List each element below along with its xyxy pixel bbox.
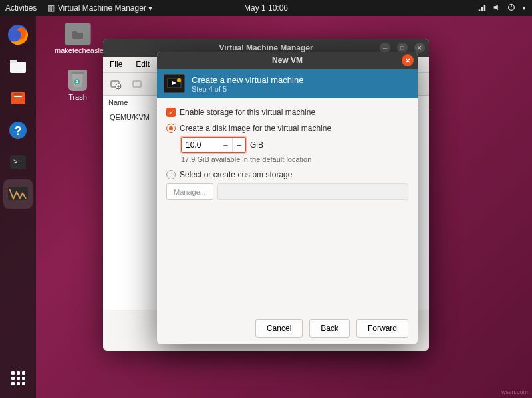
dialog-close-button[interactable]: ✕ bbox=[402, 54, 414, 66]
volume-icon[interactable] bbox=[492, 3, 501, 14]
chevron-down-icon[interactable]: ▼ bbox=[521, 5, 527, 11]
show-applications[interactable] bbox=[3, 363, 33, 393]
close-button[interactable]: ✕ bbox=[414, 43, 425, 53]
create-disk-radio[interactable] bbox=[166, 124, 176, 133]
dialog-titlebar[interactable]: New VM ✕ bbox=[157, 52, 418, 69]
create-disk-label: Create a disk image for the virtual mach… bbox=[180, 124, 331, 133]
enable-storage-row[interactable]: ✓ Enable storage for this virtual machin… bbox=[166, 108, 408, 117]
custom-storage-label: Select or create custom storage bbox=[180, 170, 292, 179]
dock-terminal[interactable]: >_ bbox=[3, 148, 33, 177]
svg-rect-6 bbox=[14, 96, 22, 97]
menu-file[interactable]: File bbox=[103, 57, 129, 72]
disk-size-input[interactable] bbox=[182, 138, 219, 152]
watermark: wsvn.com bbox=[501, 389, 528, 395]
custom-storage-row[interactable]: Select or create custom storage bbox=[166, 170, 408, 179]
dialog-footer: Cancel Back Forward bbox=[157, 312, 418, 344]
dock-files[interactable] bbox=[3, 52, 33, 81]
dialog-title: New VM bbox=[272, 56, 303, 65]
disk-size-spinbox[interactable]: − + bbox=[181, 137, 246, 153]
new-vm-button[interactable] bbox=[107, 76, 124, 93]
dock: ? >_ bbox=[0, 16, 36, 398]
dock-firefox[interactable] bbox=[3, 20, 33, 49]
power-icon[interactable] bbox=[507, 3, 516, 14]
dock-software[interactable] bbox=[3, 84, 33, 113]
cancel-button[interactable]: Cancel bbox=[255, 319, 303, 338]
svg-text:?: ? bbox=[15, 124, 22, 138]
dialog-step: Step 4 of 5 bbox=[192, 85, 303, 93]
dock-virtmanager[interactable] bbox=[3, 179, 33, 209]
storage-path-input bbox=[217, 183, 408, 200]
svg-rect-17 bbox=[133, 81, 141, 87]
svg-rect-12 bbox=[71, 72, 84, 74]
trash-icon bbox=[68, 70, 87, 91]
desktop-folder-maketecheasier[interactable]: maketecheasier bbox=[55, 23, 101, 54]
enable-storage-label: Enable storage for this virtual machine bbox=[180, 108, 315, 117]
clock[interactable]: May 1 10:06 bbox=[244, 3, 288, 13]
increment-button[interactable]: + bbox=[232, 138, 245, 152]
decrement-button[interactable]: − bbox=[219, 138, 232, 152]
forward-button[interactable]: Forward bbox=[356, 319, 408, 338]
app-menu[interactable]: ▥ Virtual Machine Manager ▾ bbox=[47, 3, 152, 13]
open-vm-button[interactable] bbox=[128, 76, 146, 93]
svg-rect-4 bbox=[10, 60, 17, 63]
svg-rect-1 bbox=[511, 3, 511, 7]
create-disk-row[interactable]: Create a disk image for the virtual mach… bbox=[166, 124, 408, 133]
menu-edit[interactable]: Edit bbox=[129, 57, 156, 72]
available-space-hint: 17.9 GiB available in the default locati… bbox=[181, 155, 408, 163]
dialog-body: ✓ Enable storage for this virtual machin… bbox=[157, 98, 418, 312]
svg-text:>_: >_ bbox=[13, 157, 22, 165]
app-menu-label: Virtual Machine Manager ▾ bbox=[58, 3, 153, 13]
vmm-title: Virtual Machine Manager bbox=[219, 43, 313, 52]
dialog-header: Create a new virtual machine Step 4 of 5 bbox=[157, 69, 418, 98]
size-unit-label: GiB bbox=[250, 140, 263, 149]
dialog-header-title: Create a new virtual machine bbox=[192, 75, 303, 85]
svg-point-20 bbox=[177, 78, 181, 82]
new-vm-dialog: New VM ✕ Create a new virtual machine St… bbox=[157, 52, 418, 344]
svg-rect-3 bbox=[10, 62, 26, 73]
desktop-folder-label: maketecheasier bbox=[55, 47, 101, 54]
desktop-trash[interactable]: Trash bbox=[55, 69, 101, 101]
back-button[interactable]: Back bbox=[309, 319, 350, 338]
desktop-trash-label: Trash bbox=[55, 93, 101, 101]
top-bar: Activities ▥ Virtual Machine Manager ▾ M… bbox=[0, 0, 532, 16]
activities-button[interactable]: Activities bbox=[5, 3, 37, 13]
dock-help[interactable]: ? bbox=[3, 116, 33, 145]
vm-icon bbox=[164, 74, 185, 93]
custom-storage-radio[interactable] bbox=[166, 170, 176, 179]
enable-storage-checkbox[interactable]: ✓ bbox=[166, 108, 176, 117]
network-icon[interactable] bbox=[477, 3, 487, 14]
manage-storage-button[interactable]: Manage... bbox=[166, 183, 213, 200]
